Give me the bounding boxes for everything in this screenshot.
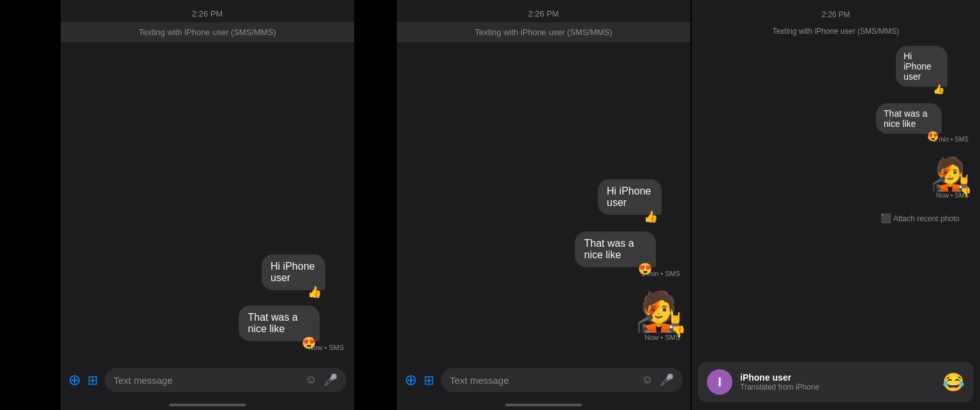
time-left: 2:26 PM <box>61 0 354 22</box>
reaction-2-middle: 😍 <box>638 262 652 276</box>
chat-area-right: 2:26 PM Texting with iPhone user (SMS/MM… <box>692 0 980 362</box>
divider-1 <box>354 0 355 410</box>
phone-panel-left: 2:26 PM Texting with iPhone user (SMS/MM… <box>61 0 354 410</box>
text-input-left[interactable]: Text message ☺ 🎤 <box>105 368 346 392</box>
phone-panel-right: 2:26 PM Texting with iPhone user (SMS/MM… <box>692 0 980 410</box>
sticker-right: 🧑‍🎤 👎 <box>930 158 970 190</box>
home-indicator-left <box>169 404 246 406</box>
reaction-3-middle: 👎 <box>671 326 685 337</box>
attach-hint: ⬛ Attach recent photo <box>702 213 970 223</box>
bubble-hi-iphone-middle: Hi iPhone user 👍 <box>598 179 662 215</box>
messages-left: Hi iPhone user 👍 That was a nice like 😍 … <box>61 42 354 362</box>
reaction-2-right: 😍 <box>927 131 939 142</box>
notif-sub: Translated from iPhone <box>740 383 935 392</box>
reaction-1-middle: 👍 <box>644 210 658 224</box>
bubble-hi-iphone-left: Hi iPhone user 👍 <box>262 254 325 290</box>
meta-2-middle: 1 min • SMS <box>575 270 683 277</box>
banner-left: Texting with iPhone user (SMS/MMS) <box>61 22 354 42</box>
bubble-nice-like-left: That was a nice like 😍 <box>239 305 319 341</box>
time-middle: 2:26 PM <box>397 0 690 22</box>
notif-name: iPhone user <box>740 372 935 383</box>
meta-2-right: 2 min • SMS <box>876 136 970 143</box>
text-input-middle[interactable]: Text message ☺ 🎤 <box>441 368 683 392</box>
mic-icon-left[interactable]: 🎤 <box>323 373 338 387</box>
gallery-icon-middle[interactable]: ⊞ <box>424 372 434 388</box>
bubble-hi-iphone-right: Hi iPhone user 👍 <box>896 46 947 87</box>
input-bar-middle: ⊕ ⊞ Text message ☺ 🎤 <box>397 362 690 404</box>
notif-content: iPhone user Translated from iPhone <box>740 372 935 392</box>
emoji-icon-middle[interactable]: ☺ <box>642 373 653 387</box>
gallery-icon-left[interactable]: ⊞ <box>87 372 98 388</box>
reaction-1-right: 👍 <box>933 84 945 95</box>
time-right: 2:26 PM <box>702 10 970 22</box>
banner-right: Texting with iPhone user (SMS/MMS) <box>702 27 970 36</box>
reaction-3-right: 👎 <box>960 187 971 196</box>
input-bar-left: ⊕ ⊞ Text message ☺ 🎤 <box>61 362 354 404</box>
plus-icon-middle[interactable]: ⊕ <box>405 371 417 389</box>
plus-icon-left[interactable]: ⊕ <box>68 371 81 389</box>
notif-avatar: I <box>707 369 732 395</box>
sticker-middle: 🧑‍🎤 👎 <box>635 293 683 331</box>
notif-emoji: 😂 <box>942 372 965 393</box>
mic-icon-middle[interactable]: 🎤 <box>660 373 674 387</box>
bubble-nice-like-middle: That was a nice like 😍 <box>575 231 655 267</box>
reaction-1-left: 👍 <box>308 285 322 299</box>
home-indicator-middle <box>505 404 582 406</box>
notification-banner[interactable]: I iPhone user Translated from iPhone 😂 <box>698 362 974 402</box>
reaction-2-left: 😍 <box>302 336 316 350</box>
messages-middle: Hi iPhone user 👍 That was a nice like 😍 … <box>397 42 690 362</box>
phone-panel-middle: 2:26 PM Texting with iPhone user (SMS/MM… <box>397 0 690 410</box>
emoji-icon-left[interactable]: ☺ <box>306 373 317 387</box>
bubble-nice-like-right: That was a nice like 😍 <box>876 103 942 134</box>
banner-middle: Texting with iPhone user (SMS/MMS) <box>397 22 690 42</box>
meta-2-left: Now • SMS <box>239 344 346 351</box>
